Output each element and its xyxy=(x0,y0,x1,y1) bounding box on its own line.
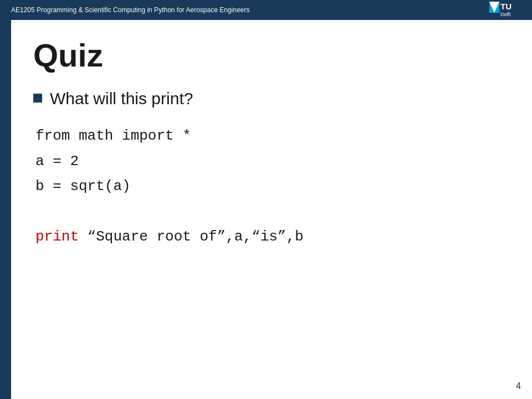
code-block: from math import * a = 2 b = sqrt(a) pri… xyxy=(35,124,504,250)
code-line-5: print “Square root of”,a,“is”,b xyxy=(35,224,504,250)
code-line-empty xyxy=(35,200,504,225)
top-bar: AE1205 Programming & Scientific Computin… xyxy=(0,0,532,20)
code-line-2: a = 2 xyxy=(35,149,504,175)
header-title: AE1205 Programming & Scientific Computin… xyxy=(11,6,249,14)
svg-text:Delft: Delft xyxy=(500,12,511,17)
tu-delft-logo: TU Delft xyxy=(489,2,525,18)
bullet-text: What will this print? xyxy=(50,89,193,108)
code-keyword-print: print xyxy=(35,228,79,245)
code-line-3: b = sqrt(a) xyxy=(35,174,504,200)
code-line-1: from math import * xyxy=(35,124,504,149)
slide-title: Quiz xyxy=(33,37,504,74)
page-number: 4 xyxy=(516,381,521,391)
logo-svg: TU Delft xyxy=(489,2,525,18)
code-line-5-rest: “Square root of”,a,“is”,b xyxy=(79,228,304,245)
svg-text:TU: TU xyxy=(500,2,511,11)
left-accent-bar xyxy=(0,20,11,399)
slide-content: Quiz What will this print? from math imp… xyxy=(11,20,532,399)
bullet-square-icon xyxy=(33,94,42,103)
bullet-item: What will this print? xyxy=(33,89,504,108)
